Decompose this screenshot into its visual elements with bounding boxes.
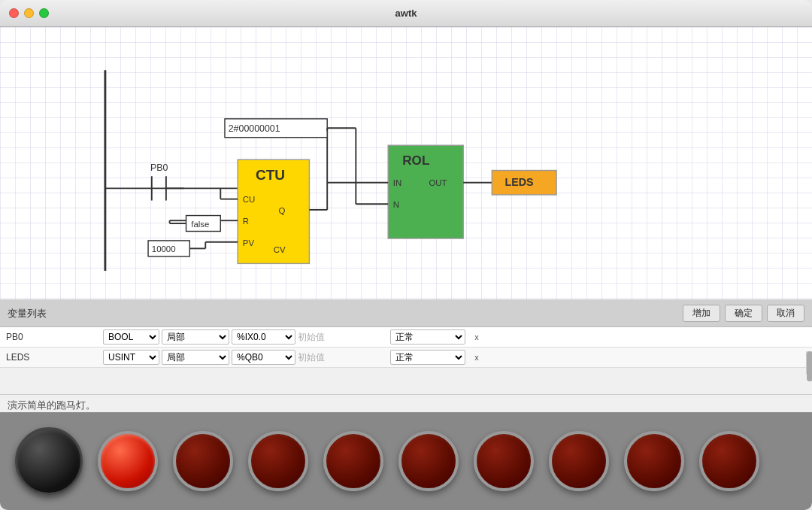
false-label: false (191, 220, 209, 229)
close-button[interactable] (9, 8, 19, 18)
cell-scope-2[interactable]: 局部 (162, 350, 229, 365)
svg-text:OUT: OUT (429, 178, 447, 187)
description-text: 演示简单的跑马灯。 (8, 399, 95, 412)
add-button[interactable]: 增加 (683, 305, 720, 322)
button-red-dark-6[interactable] (549, 431, 609, 491)
table-header-title: 变量列表 (8, 307, 47, 320)
table-row: PB0 BOOL 局部 %IX0.0 初始值 正常 x (0, 327, 812, 348)
svg-text:R: R (243, 217, 249, 226)
hex-value: 2#00000001 (229, 123, 280, 134)
bottom-controls (0, 412, 812, 510)
ctu-title: CTU (256, 167, 285, 183)
pb0-label: PB0 (150, 162, 168, 173)
minimize-button[interactable] (24, 8, 34, 18)
scrollbar-track[interactable] (806, 351, 812, 374)
button-red-dark-1[interactable] (173, 431, 233, 491)
canvas-area: PB0 CTU CU R PV Q CV false (0, 27, 812, 299)
main-area: PB0 CTU CU R PV Q CV false (0, 27, 812, 510)
cell-addr-2[interactable]: %QB0 (232, 350, 295, 365)
cell-name-2: LEDS (3, 351, 101, 364)
ladder-diagram: PB0 CTU CU R PV Q CV false (0, 27, 812, 299)
cell-del-2[interactable]: x (468, 353, 486, 362)
svg-text:CU: CU (243, 195, 256, 204)
cell-name-1: PB0 (3, 330, 101, 344)
cell-init-2: 初始值 (298, 351, 388, 364)
variable-table: 变量列表 增加 确定 取消 PB0 BOOL 局部 (0, 299, 812, 412)
scrollbar-thumb[interactable] (807, 351, 812, 381)
button-red-lit-1[interactable] (98, 431, 158, 491)
table-header-buttons: 增加 确定 取消 (683, 305, 804, 322)
svg-text:N: N (393, 200, 399, 209)
svg-text:PV: PV (243, 238, 255, 247)
leds-label: LEDS (504, 176, 533, 188)
cell-scope-1[interactable]: 局部 (162, 329, 229, 345)
cell-addr-1[interactable]: %IX0.0 (232, 329, 295, 345)
maximize-button[interactable] (39, 8, 49, 18)
button-red-dark-5[interactable] (474, 431, 534, 491)
table-row: LEDS USINT 局部 %QB0 初始值 正常 x (0, 348, 812, 368)
button-red-dark-7[interactable] (624, 431, 684, 491)
cell-type-1[interactable]: BOOL (103, 329, 159, 345)
rol-title: ROL (402, 153, 429, 168)
button-red-dark-2[interactable] (248, 431, 308, 491)
cell-del-1[interactable]: x (468, 332, 486, 342)
titlebar: awtk (0, 0, 812, 27)
table-header: 变量列表 增加 确定 取消 (0, 300, 812, 327)
window-title: awtk (395, 8, 417, 19)
button-red-dark-4[interactable] (398, 431, 459, 491)
value-10000: 10000 (152, 244, 176, 253)
svg-text:IN: IN (393, 178, 401, 187)
cell-init-1: 初始值 (298, 331, 388, 344)
cell-normal-1[interactable]: 正常 (390, 329, 465, 345)
joystick[interactable] (15, 427, 83, 495)
cell-type-2[interactable]: USINT (103, 350, 159, 365)
svg-text:CV: CV (274, 245, 286, 254)
button-red-dark-8[interactable] (699, 431, 759, 491)
svg-text:Q: Q (278, 206, 285, 215)
cell-normal-2[interactable]: 正常 (390, 350, 465, 365)
traffic-lights (9, 8, 49, 18)
cancel-button[interactable]: 取消 (767, 305, 804, 322)
table-scroll[interactable]: PB0 BOOL 局部 %IX0.0 初始值 正常 x (0, 327, 812, 395)
button-red-dark-3[interactable] (323, 431, 383, 491)
confirm-button[interactable]: 确定 (725, 305, 762, 322)
